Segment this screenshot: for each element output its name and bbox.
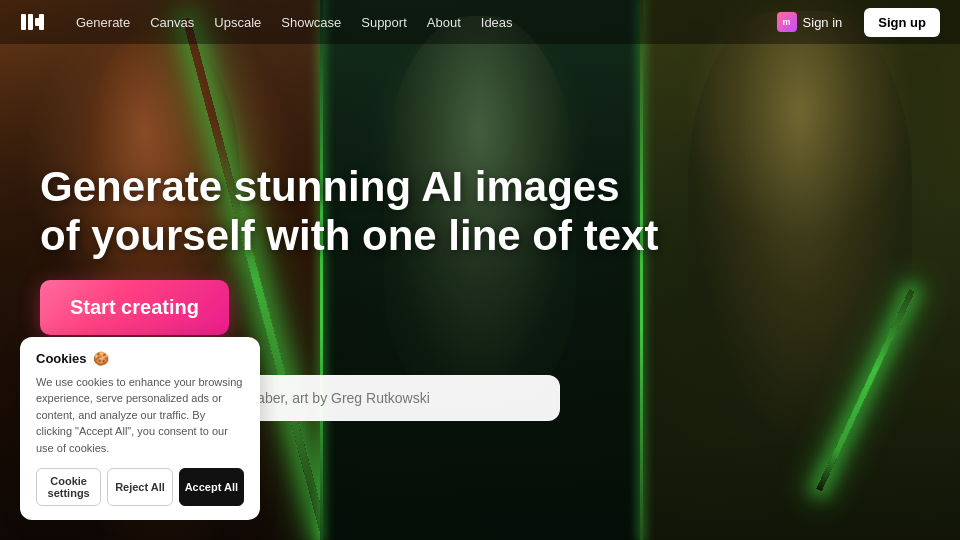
- logo-svg: [21, 12, 51, 32]
- hero-title: Generate stunning AI images of yourself …: [40, 163, 680, 260]
- cookie-settings-button[interactable]: Cookie settings: [36, 468, 101, 506]
- cookie-header: Cookies 🍪: [36, 351, 244, 366]
- cta-row: Start creating: [40, 280, 920, 335]
- svg-rect-1: [28, 14, 33, 30]
- svg-rect-0: [21, 14, 26, 30]
- cookie-buttons: Cookie settings Reject All Accept All: [36, 468, 244, 506]
- nav-ideas[interactable]: Ideas: [481, 15, 513, 30]
- nav-about[interactable]: About: [427, 15, 461, 30]
- cookie-emoji: 🍪: [93, 351, 109, 366]
- hero-title-line2: of yourself with one line of text: [40, 212, 658, 259]
- nav-generate[interactable]: Generate: [76, 15, 130, 30]
- nav-canvas[interactable]: Canvas: [150, 15, 194, 30]
- nav-right: m Sign in Sign up: [765, 6, 940, 38]
- hero-title-line1: Generate stunning AI images: [40, 163, 620, 210]
- nav-showcase[interactable]: Showcase: [281, 15, 341, 30]
- svg-rect-3: [35, 18, 40, 26]
- cookie-reject-button[interactable]: Reject All: [107, 468, 172, 506]
- start-creating-button[interactable]: Start creating: [40, 280, 229, 335]
- nav-upscale[interactable]: Upscale: [214, 15, 261, 30]
- nav-links: Generate Canvas Upscale Showcase Support…: [76, 13, 765, 31]
- logo-icon: [20, 11, 52, 33]
- signin-button[interactable]: m Sign in: [765, 6, 855, 38]
- logo[interactable]: [20, 11, 52, 33]
- cookie-accept-button[interactable]: Accept All: [179, 468, 244, 506]
- signin-icon: m: [777, 12, 797, 32]
- navbar: Generate Canvas Upscale Showcase Support…: [0, 0, 960, 44]
- cookie-body: We use cookies to enhance your browsing …: [36, 374, 244, 457]
- cookie-banner: Cookies 🍪 We use cookies to enhance your…: [20, 337, 260, 521]
- nav-support[interactable]: Support: [361, 15, 407, 30]
- signin-label: Sign in: [803, 15, 843, 30]
- signup-button[interactable]: Sign up: [864, 8, 940, 37]
- cookie-title: Cookies: [36, 351, 87, 366]
